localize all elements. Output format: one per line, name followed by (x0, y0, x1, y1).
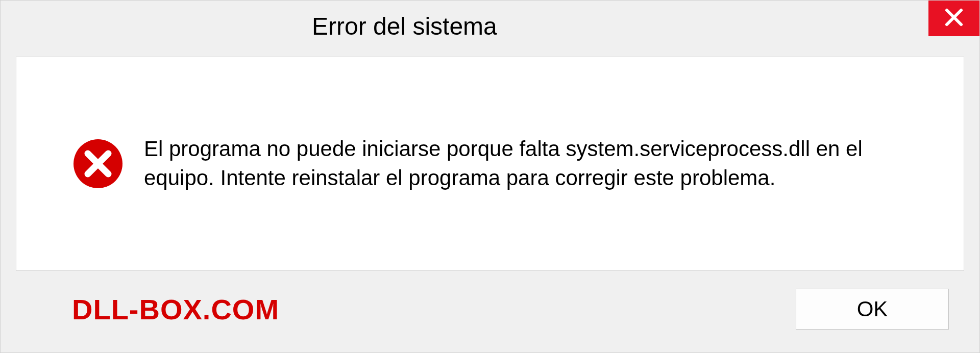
error-icon (72, 138, 124, 189)
close-icon (944, 7, 964, 30)
error-dialog: Error del sistema El programa no puede i… (0, 0, 980, 353)
ok-button[interactable]: OK (796, 289, 949, 330)
error-message: El programa no puede iniciarse porque fa… (144, 135, 933, 192)
content-area: El programa no puede iniciarse porque fa… (16, 57, 964, 271)
footer: DLL-BOX.COM OK (1, 276, 979, 342)
dialog-title: Error del sistema (312, 12, 497, 40)
close-button[interactable] (928, 1, 979, 36)
watermark-text: DLL-BOX.COM (72, 293, 279, 326)
titlebar: Error del sistema (1, 1, 979, 52)
